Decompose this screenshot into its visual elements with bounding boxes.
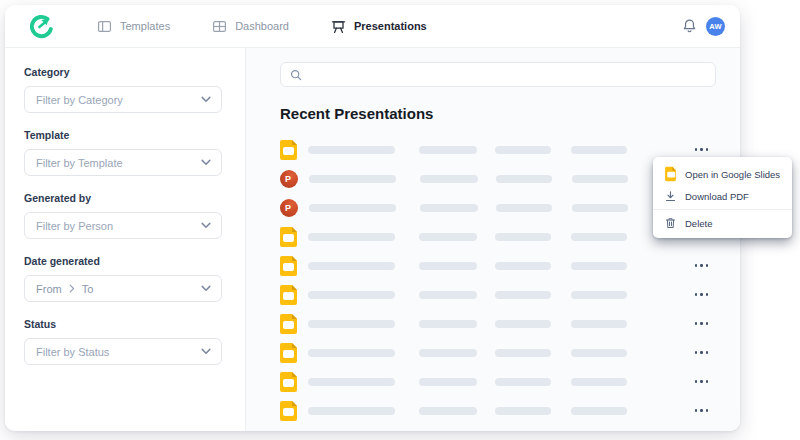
filter-select-placeholder: Filter by Status xyxy=(36,346,109,358)
date-range-value: From To xyxy=(36,283,93,295)
skeleton-bar xyxy=(571,349,627,357)
row-actions-menu-button[interactable] xyxy=(693,288,711,301)
chevron-down-icon xyxy=(201,348,211,355)
table-row[interactable] xyxy=(280,222,716,251)
filter-select[interactable]: Filter by Category xyxy=(24,86,222,113)
skeleton-bar xyxy=(571,233,627,241)
skeleton-bar xyxy=(571,320,627,328)
filter-label: Generated by xyxy=(24,192,222,204)
filter-label: Template xyxy=(24,129,222,141)
skeleton-bar xyxy=(419,349,477,357)
skeleton-bar xyxy=(571,146,627,154)
skeleton-bar xyxy=(308,146,395,154)
filter-select[interactable]: Filter by Status xyxy=(24,338,222,365)
filter-group: Template Filter by Template xyxy=(24,129,222,176)
row-actions-menu-button[interactable] xyxy=(693,259,711,272)
main-content: Recent Presentations P P xyxy=(246,48,740,431)
navbar-right: AW xyxy=(682,17,725,36)
skeleton-bar xyxy=(571,407,627,415)
row-actions-menu-button[interactable] xyxy=(693,375,711,388)
brand-circle-arrow-logo xyxy=(28,13,55,40)
presentation-list: P P xyxy=(280,135,716,425)
table-row[interactable]: P xyxy=(280,164,716,193)
chevron-down-icon xyxy=(201,222,211,229)
filter-group: Status Filter by Status xyxy=(24,318,222,365)
user-avatar[interactable]: AW xyxy=(706,17,725,36)
row-context-menu: Open in Google Slides Download PDF Delet… xyxy=(653,157,792,238)
filter-select[interactable]: Filter by Template xyxy=(24,149,222,176)
skeleton-bar xyxy=(495,407,551,415)
table-row[interactable]: P xyxy=(280,193,716,222)
table-row[interactable] xyxy=(280,367,716,396)
skeleton-bar xyxy=(572,204,628,212)
skeleton-bar xyxy=(495,262,551,270)
filter-group: Date generated From To xyxy=(24,255,222,302)
skeleton-bar xyxy=(419,320,477,328)
menu-item-label: Download PDF xyxy=(685,191,749,202)
nav-item-label: Templates xyxy=(120,20,170,32)
app-canvas: Templates Dashboard Presentations AW xyxy=(0,0,800,440)
app-window: Templates Dashboard Presentations AW xyxy=(5,5,740,431)
google-slides-icon xyxy=(280,227,297,247)
date-from-label: From xyxy=(36,283,62,295)
chevron-down-icon xyxy=(201,285,211,292)
skeleton-bar xyxy=(495,378,551,386)
search-bar[interactable] xyxy=(280,62,716,87)
skeleton-bar xyxy=(495,146,551,154)
nav-item-templates[interactable]: Templates xyxy=(97,19,170,34)
google-slides-icon xyxy=(280,285,297,305)
skeleton-bar xyxy=(495,349,551,357)
google-slides-icon xyxy=(280,140,297,160)
table-row[interactable] xyxy=(280,396,716,425)
menu-item-label: Open in Google Slides xyxy=(685,169,780,180)
skeleton-bar xyxy=(309,175,396,183)
row-actions-menu-button[interactable] xyxy=(693,404,711,417)
notification-bell-icon[interactable] xyxy=(682,18,697,34)
skeleton-bar xyxy=(308,291,395,299)
skeleton-bar xyxy=(309,204,396,212)
skeleton-bar xyxy=(571,378,627,386)
skeleton-bar xyxy=(308,378,395,386)
menu-item-label: Delete xyxy=(685,218,712,229)
skeleton-bar xyxy=(419,407,477,415)
brand-logo[interactable] xyxy=(27,12,55,40)
table-row[interactable] xyxy=(280,251,716,280)
table-row[interactable] xyxy=(280,135,716,164)
skeleton-bar xyxy=(308,262,395,270)
menu-item-open-in-google-slides[interactable]: Open in Google Slides xyxy=(653,163,792,185)
filter-select-placeholder: Filter by Person xyxy=(36,220,113,232)
filter-select-placeholder: Filter by Template xyxy=(36,157,123,169)
row-actions-menu-button[interactable] xyxy=(693,143,711,156)
skeleton-bar xyxy=(495,291,551,299)
skeleton-bar xyxy=(419,233,477,241)
search-input[interactable] xyxy=(309,69,706,81)
skeleton-bar xyxy=(308,349,395,357)
google-slides-icon xyxy=(280,343,297,363)
filter-select[interactable]: Filter by Person xyxy=(24,212,222,239)
top-navbar: Templates Dashboard Presentations AW xyxy=(5,5,740,48)
filter-select[interactable]: From To xyxy=(24,275,222,302)
menu-divider xyxy=(653,209,792,210)
row-actions-menu-button[interactable] xyxy=(693,317,711,330)
search-icon xyxy=(290,69,302,81)
skeleton-bar xyxy=(496,204,552,212)
chevron-down-icon xyxy=(201,159,211,166)
skeleton-bar xyxy=(420,204,478,212)
nav-item-presentations[interactable]: Presentations xyxy=(331,19,427,34)
skeleton-bar xyxy=(572,175,628,183)
row-actions-menu-button[interactable] xyxy=(693,346,711,359)
table-row[interactable] xyxy=(280,280,716,309)
nav-item-dashboard[interactable]: Dashboard xyxy=(212,19,289,34)
table-row[interactable] xyxy=(280,338,716,367)
skeleton-bar xyxy=(420,175,478,183)
google-slides-icon xyxy=(280,256,297,276)
chevron-down-icon xyxy=(201,96,211,103)
skeleton-bar xyxy=(308,233,395,241)
table-row[interactable] xyxy=(280,309,716,338)
chevron-right-icon xyxy=(69,284,75,293)
menu-item-download-pdf[interactable]: Download PDF xyxy=(653,185,792,207)
filters-sidebar: Category Filter by Category Template Fil… xyxy=(5,48,246,431)
menu-item-delete[interactable]: Delete xyxy=(653,212,792,234)
filter-group: Category Filter by Category xyxy=(24,66,222,113)
filter-label: Date generated xyxy=(24,255,222,267)
